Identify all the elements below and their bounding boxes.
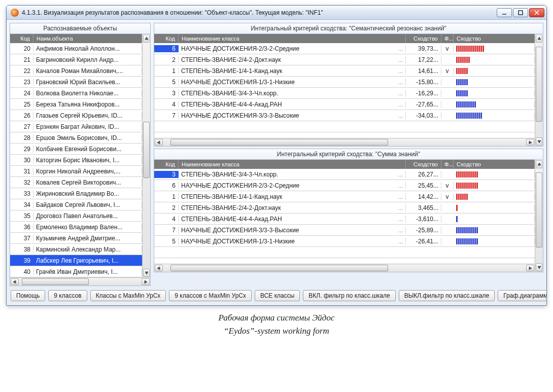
top-hscroll[interactable] (154, 138, 535, 146)
cell-code: 30 (10, 157, 33, 164)
cell-code: 1 (154, 67, 179, 75)
table-row[interactable]: 38Карминский Александр Мар... (10, 244, 142, 255)
table-row[interactable]: 36Ермоленко Владимир Вален... (10, 222, 142, 233)
table-row[interactable]: 33Жириновский Владимир Во... (10, 188, 142, 199)
objects-hscroll[interactable] (10, 277, 150, 286)
col-code[interactable]: Код (10, 34, 33, 43)
table-row[interactable]: 21Багриновский Кирилл Андр... (10, 54, 142, 65)
table-row[interactable]: 30Каторгин Борис Иванович, I... (10, 155, 142, 166)
col-code[interactable]: Код (154, 34, 179, 43)
table-row[interactable]: 3СТЕПЕНЬ-ЗВАНИЕ-3/4-3-Чл.корр....-16,29.… (154, 88, 535, 99)
table-row[interactable]: 37Кузьмичев Андрей Дмитрие... (10, 233, 142, 244)
cell-code: 27 (10, 123, 33, 130)
top-scrollbar[interactable] (535, 34, 543, 146)
svg-marker-12 (157, 267, 160, 270)
toolbar-button[interactable]: ВСЕ классы (255, 290, 300, 301)
cell-similarity: 25,45... (406, 182, 441, 189)
cell-similarity: -34,03... (406, 112, 441, 119)
table-row[interactable]: 23Грановский Юрий Васильев... (10, 77, 142, 88)
cell-code: 7 (154, 112, 179, 119)
cell-code: 3 (154, 171, 179, 178)
table-row[interactable]: 32Ковалев Сергей Викторович... (10, 177, 142, 188)
toolbar-button[interactable]: Граф.диаграмма (498, 290, 547, 301)
cell-class-name: СТЕПЕНЬ-ЗВАНИЕ-4/4-4-Акад.РАН... (179, 216, 406, 223)
table-row[interactable]: 7НАУЧНЫЕ ДОСТИЖЕНИЯ-3/3-3-Высокие...-34,… (154, 110, 535, 121)
col-similarity-bar[interactable]: Сходство (454, 34, 535, 43)
table-row[interactable]: 34Байдаков Сергей Львович, I... (10, 199, 142, 210)
cell-code: 2 (154, 56, 179, 63)
table-row[interactable]: 25Береза Татьяна Никифоров... (10, 99, 142, 110)
cell-similarity: -16,29... (406, 90, 441, 97)
table-row[interactable]: 2СТЕПЕНЬ-ЗВАНИЕ-2/4-2-Докт.наук...17,22.… (154, 54, 535, 65)
toolbar-button[interactable]: 9 классов (48, 290, 87, 301)
col-similarity[interactable]: Сходство (406, 34, 441, 43)
col-code[interactable]: Код (154, 160, 179, 169)
table-row[interactable]: 29Колбачев Евгений Борисови... (10, 144, 142, 155)
table-row[interactable]: 40Грачёв Иван Дмитриевич, I... (10, 266, 142, 277)
cell-name: Кузьмичев Андрей Дмитрие... (33, 235, 142, 242)
toolbar-button[interactable]: ВЫКЛ.фильтр по класс.шкале (399, 290, 495, 301)
cell-code: 35 (10, 212, 33, 220)
table-row[interactable]: 2СТЕПЕНЬ-ЗВАНИЕ-2/4-2-Докт.наук...3,465.… (154, 202, 535, 213)
table-row[interactable]: 4СТЕПЕНЬ-ЗВАНИЕ-4/4-4-Акад.РАН...-3,610.… (154, 213, 535, 225)
table-row[interactable]: 27Ерзнкян Баграт Айкович, ID... (10, 121, 142, 132)
close-button[interactable] (529, 8, 544, 17)
table-row[interactable]: 28Ершов Эмиль Борисович, ID... (10, 132, 142, 144)
cell-similarity: -27,65... (406, 101, 441, 108)
cell-code: 7 (154, 227, 179, 234)
cell-name: Багриновский Кирилл Андр... (33, 56, 142, 63)
cell-similarity: -15,80... (406, 79, 441, 86)
table-row[interactable]: 4СТЕПЕНЬ-ЗВАНИЕ-4/4-4-Акад.РАН...-27,65.… (154, 99, 535, 110)
cell-similarity: -26,41... (406, 238, 441, 245)
cell-similarity: -25,89... (406, 227, 441, 234)
objects-scrollbar[interactable] (142, 34, 150, 277)
objects-panel: Распознаваемые объекты Код Наим.объекта … (10, 23, 151, 286)
cell-similarity-bar (454, 79, 535, 85)
table-row[interactable]: 31Коргин Николай Андреевич,... (10, 166, 142, 177)
cell-code: 4 (154, 101, 179, 108)
col-name[interactable]: Наим.объекта (33, 34, 142, 43)
bottom-scrollbar[interactable] (535, 160, 543, 272)
table-row[interactable]: 7НАУЧНЫЕ ДОСТИЖЕНИЯ-3/3-3-Высокие...-25,… (154, 225, 535, 236)
toolbar-button[interactable]: ВКЛ. фильтр по класс.шкале (303, 290, 395, 301)
toolbar-button[interactable]: Помощь (11, 290, 45, 301)
table-row[interactable]: 20Анфимов Николай Аполлон... (10, 43, 142, 54)
cell-similarity: 3,465... (406, 204, 441, 211)
col-class-name[interactable]: Наименование класса (179, 34, 406, 43)
cell-similarity-bar (454, 171, 535, 177)
svg-marker-7 (145, 280, 147, 283)
svg-marker-10 (538, 37, 541, 40)
bottom-hscroll[interactable] (154, 264, 535, 272)
toolbar-button[interactable]: 9 классов с MaxMin УрСх (169, 290, 252, 301)
toolbar: Помощь9 классовКлассы с MaxMin УрСх9 кла… (10, 288, 543, 302)
cell-code: 5 (154, 79, 179, 86)
table-row[interactable]: 6НАУЧНЫЕ ДОСТИЖЕНИЯ-2/3-2-Средние...25,4… (154, 180, 535, 191)
cell-code: 2 (154, 204, 179, 211)
cell-similarity: 14,61... (406, 67, 441, 75)
table-row[interactable]: 5НАУЧНЫЕ ДОСТИЖЕНИЯ-1/3-1-Низкие...-15,8… (154, 77, 535, 88)
col-class-name[interactable]: Наименование класса (179, 160, 406, 169)
maximize-button[interactable] (513, 8, 528, 17)
table-row[interactable]: 6НАУЧНЫЕ ДОСТИЖЕНИЯ-2/3-2-Средние...39,7… (154, 43, 535, 54)
table-row[interactable]: 26Глазьев Сергей Юрьевич, ID... (10, 110, 142, 121)
col-flag[interactable]: Ф... (441, 34, 454, 43)
toolbar-button[interactable]: Классы с MaxMin УрСх (90, 290, 166, 301)
table-row[interactable]: 39Лабскер Лев Григорьевич, I... (10, 255, 142, 266)
table-row[interactable]: 35Дроговоз Павел Анатольев... (10, 210, 142, 222)
table-row[interactable]: 22Качалов Роман Михайлович,... (10, 65, 142, 77)
col-similarity[interactable]: Сходство (406, 160, 441, 169)
col-similarity-bar[interactable]: Сходство (454, 160, 535, 169)
table-row[interactable]: 24Волкова Виолетта Николае... (10, 88, 142, 99)
cell-class-name: СТЕПЕНЬ-ЗВАНИЕ-4/4-4-Акад.РАН... (179, 101, 406, 108)
cell-name: Каторгин Борис Иванович, I... (33, 157, 142, 164)
cell-code: 29 (10, 146, 33, 153)
cell-name: Жириновский Владимир Во... (33, 190, 142, 197)
table-row[interactable]: 1СТЕПЕНЬ-ЗВАНИЕ-1/4-1-Канд.наук...14,61.… (154, 65, 535, 77)
titlebar[interactable]: 4.1.3.1. Визуализация результатов распоз… (7, 6, 546, 20)
col-flag[interactable]: Ф... (441, 160, 454, 169)
table-row[interactable]: 5НАУЧНЫЕ ДОСТИЖЕНИЯ-1/3-1-Низкие...-26,4… (154, 236, 535, 247)
cell-code: 3 (154, 90, 179, 97)
table-row[interactable]: 1СТЕПЕНЬ-ЗВАНИЕ-1/4-1-Канд.наук...14,42.… (154, 191, 535, 202)
minimize-button[interactable] (497, 8, 512, 17)
table-row[interactable]: 3СТЕПЕНЬ-ЗВАНИЕ-3/4-3-Чл.корр....26,27..… (154, 169, 535, 180)
